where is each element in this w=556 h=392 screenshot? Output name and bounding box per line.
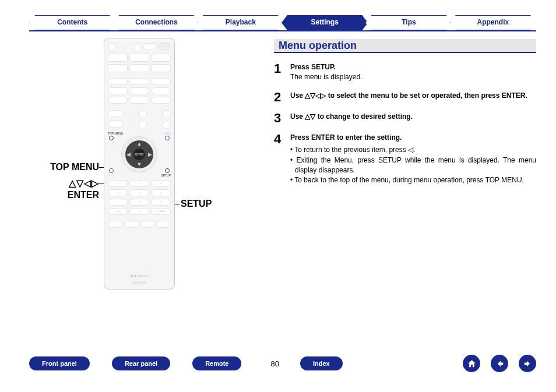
remote-num-6: 6 [151, 189, 171, 196]
remote-enter-btn: ENTER [133, 149, 145, 160]
arrow-right-icon [523, 359, 533, 369]
remote-btn [108, 54, 128, 62]
remote-power-btn [158, 43, 171, 50]
remote-brand: marantz [108, 274, 171, 278]
dpad-up-icon: ▲ [137, 142, 142, 147]
step-1: 1 Press SETUP. The menu is displayed. [274, 62, 536, 83]
callout-enter: ENTER [52, 190, 99, 200]
remote-num-3: 3 [151, 180, 171, 187]
top-tabs: Contents Connections Playback Settings T… [29, 15, 536, 31]
remote-btn [108, 64, 128, 72]
dpad-left-icon: ◀ [126, 152, 131, 157]
remote-btn [139, 121, 147, 129]
tab-contents[interactable]: Contents [29, 15, 115, 30]
page-content: Menu operation 1 Press SETUP. The menu i… [29, 39, 536, 345]
remote-num-9: 9 [151, 199, 171, 206]
remote-btn [108, 121, 123, 128]
remote-btn [108, 78, 128, 85]
step-4: 4 Press ENTER to enter the setting. • To… [274, 133, 536, 186]
tab-settings[interactable]: Settings [281, 15, 368, 30]
remote-btn [163, 110, 171, 118]
remote-btn [156, 221, 171, 228]
remote-setup-btn [165, 168, 170, 173]
step-bullets: • To return to the previous item, press … [290, 145, 536, 186]
tab-appendix[interactable]: Appendix [450, 15, 536, 30]
remote-btn [139, 110, 147, 118]
bullet: • To back to the top of the menu, during… [290, 175, 536, 185]
arrow-left-icon [495, 359, 505, 369]
remote-num-1: 1 [108, 180, 128, 187]
remote-btn [108, 97, 128, 104]
dpad-right-icon: ▶ [148, 152, 152, 157]
next-page-button[interactable] [519, 355, 536, 372]
step-bold: Use △▽◁▷ to select the menu to be set or… [290, 91, 536, 101]
step-number: 3 [274, 112, 290, 125]
remote-btn [140, 221, 155, 228]
step-2: 2 Use △▽◁▷ to select the menu to be set … [274, 91, 536, 104]
rear-panel-button[interactable]: Rear panel [112, 356, 170, 370]
callout-setup: SETUP [181, 199, 212, 209]
step-number: 1 [274, 62, 290, 83]
home-button[interactable] [463, 355, 480, 372]
remote-diagram-area: TOP MENU △▽◁▷ ENTER SETUP [29, 38, 274, 344]
step-bold: Use △▽ to change to desired setting. [290, 112, 413, 121]
tab-tips[interactable]: Tips [365, 15, 452, 30]
remote-btn [163, 121, 171, 129]
step-number: 4 [274, 133, 290, 186]
remote-num-5: 5 [129, 189, 149, 196]
remote-num-2: 2 [129, 180, 149, 187]
remote-setup-label: SETUP [161, 174, 171, 177]
footer: Front panel Rear panel Remote 80 Index [29, 355, 536, 372]
remote-btn [108, 87, 128, 94]
remote-button[interactable]: Remote [192, 356, 241, 370]
remote-dpad: ▲ ▼ ◀ ▶ ENTER [121, 136, 157, 172]
bullet: • To return to the previous item, press … [290, 145, 536, 155]
remote-clear: CLEAR [151, 208, 171, 215]
index-button[interactable]: Index [300, 356, 343, 370]
remote-btn [129, 97, 149, 104]
remote-illustration: TOP MENU INFO SETUP ▲ ▼ ◀ ▶ ENTER 1 [104, 38, 175, 289]
remote-btn [151, 97, 171, 104]
prev-page-button[interactable] [491, 355, 508, 372]
step-bold: Press ENTER to enter the setting. [290, 133, 402, 142]
steps-list: 1 Press SETUP. The menu is displayed. 2 … [274, 62, 536, 194]
remote-btn [129, 54, 149, 62]
step-text: The menu is displayed. [290, 73, 362, 81]
remote-model: RC011CR [108, 281, 171, 284]
remote-num-7: 7 [108, 199, 128, 206]
home-icon [467, 359, 477, 369]
remote-topmenu-label: TOP MENU [108, 132, 123, 135]
dpad-down-icon: ▼ [137, 162, 142, 167]
remote-num-0: 0 [129, 208, 149, 215]
bullet: • Exiting the Menu, press SETUP while th… [290, 156, 536, 176]
front-panel-button[interactable]: Front panel [29, 356, 90, 370]
section-heading: Menu operation [274, 39, 536, 53]
remote-btn [151, 64, 171, 72]
remote-btn [108, 43, 116, 51]
remote-topmenu-btn [109, 136, 114, 140]
tab-connections[interactable]: Connections [113, 15, 199, 30]
remote-btn [129, 64, 149, 72]
tab-playback[interactable]: Playback [198, 15, 284, 30]
remote-btn [151, 54, 171, 62]
remote-nav-cluster: TOP MENU INFO SETUP ▲ ▼ ◀ ▶ ENTER [108, 131, 171, 178]
remote-btn [143, 43, 156, 50]
page-number: 80 [270, 359, 279, 368]
callout-arrows: △▽◁▷ [47, 178, 99, 189]
step-3: 3 Use △▽ to change to desired setting. [274, 112, 536, 125]
remote-btn [108, 221, 122, 228]
remote-btn [129, 78, 149, 85]
remote-btn [151, 78, 171, 85]
remote-num-4: 4 [108, 189, 128, 196]
remote-info-label: INFO [164, 132, 171, 135]
remote-btn [151, 87, 171, 94]
step-number: 2 [274, 91, 290, 104]
remote-info-btn [165, 136, 170, 140]
remote-corner-btn [109, 168, 114, 173]
remote-btn [133, 43, 142, 51]
remote-btn [108, 110, 123, 117]
remote-btn [129, 87, 149, 94]
remote-num-plus10: +10 [108, 208, 128, 215]
remote-btn [124, 221, 139, 228]
step-bold: Press SETUP. [290, 63, 336, 71]
